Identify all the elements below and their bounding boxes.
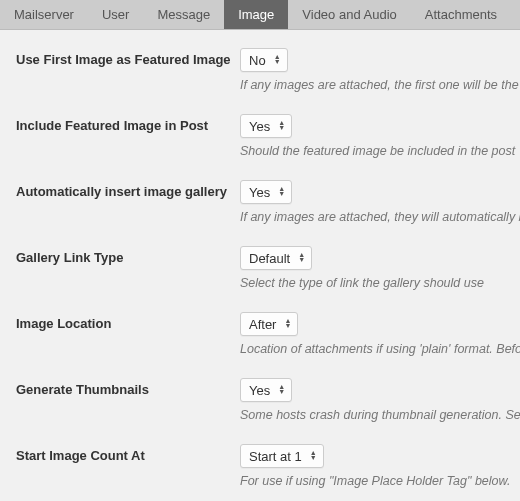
row-auto-gallery: Automatically insert image gallery Yes ▲…: [16, 180, 520, 224]
select-value: Yes: [249, 185, 270, 200]
tab-user[interactable]: User: [88, 0, 143, 29]
row-include-featured: Include Featured Image in Post Yes ▲▼ Sh…: [16, 114, 520, 158]
row-img-count: Start Image Count At Start at 1 ▲▼ For u…: [16, 444, 520, 488]
tab-message[interactable]: Message: [143, 0, 224, 29]
settings-tabs: Mailserver User Message Image Video and …: [0, 0, 520, 30]
row-gallery-link: Gallery Link Type Default ▲▼ Select the …: [16, 246, 520, 290]
label-gen-thumbs: Generate Thumbnails: [16, 378, 240, 397]
label-img-count: Start Image Count At: [16, 444, 240, 463]
row-gen-thumbs: Generate Thumbnails Yes ▲▼ Some hosts cr…: [16, 378, 520, 422]
desc-img-count: For use if using "Image Place Holder Tag…: [240, 474, 520, 488]
select-gallery-link[interactable]: Default ▲▼: [240, 246, 312, 270]
row-featured-image: Use First Image as Featured Image No ▲▼ …: [16, 48, 520, 92]
chevron-updown-icon: ▲▼: [274, 55, 281, 65]
tab-image[interactable]: Image: [224, 0, 288, 29]
label-image-location: Image Location: [16, 312, 240, 331]
tab-video-audio[interactable]: Video and Audio: [288, 0, 410, 29]
select-value: Yes: [249, 119, 270, 134]
select-gen-thumbs[interactable]: Yes ▲▼: [240, 378, 292, 402]
chevron-updown-icon: ▲▼: [310, 451, 317, 461]
label-auto-gallery: Automatically insert image gallery: [16, 180, 240, 199]
select-include-featured[interactable]: Yes ▲▼: [240, 114, 292, 138]
select-value: Yes: [249, 383, 270, 398]
desc-image-location: Location of attachments if using 'plain'…: [240, 342, 520, 356]
image-settings-form: Use First Image as Featured Image No ▲▼ …: [0, 30, 520, 501]
tab-mailserver[interactable]: Mailserver: [0, 0, 88, 29]
label-gallery-link: Gallery Link Type: [16, 246, 240, 265]
select-auto-gallery[interactable]: Yes ▲▼: [240, 180, 292, 204]
select-value: Default: [249, 251, 290, 266]
select-image-location[interactable]: After ▲▼: [240, 312, 298, 336]
chevron-updown-icon: ▲▼: [278, 187, 285, 197]
label-include-featured: Include Featured Image in Post: [16, 114, 240, 133]
chevron-updown-icon: ▲▼: [278, 121, 285, 131]
chevron-updown-icon: ▲▼: [298, 253, 305, 263]
select-value: After: [249, 317, 276, 332]
tab-attachments[interactable]: Attachments: [411, 0, 511, 29]
desc-gallery-link: Select the type of link the gallery shou…: [240, 276, 520, 290]
select-img-count[interactable]: Start at 1 ▲▼: [240, 444, 324, 468]
row-image-location: Image Location After ▲▼ Location of atta…: [16, 312, 520, 356]
tab-support[interactable]: Support: [511, 0, 520, 29]
select-value: No: [249, 53, 266, 68]
desc-featured-image: If any images are attached, the first on…: [240, 78, 520, 92]
select-value: Start at 1: [249, 449, 302, 464]
chevron-updown-icon: ▲▼: [278, 385, 285, 395]
label-featured-image: Use First Image as Featured Image: [16, 48, 240, 67]
desc-include-featured: Should the featured image be included in…: [240, 144, 520, 158]
desc-gen-thumbs: Some hosts crash during thumbnail genera…: [240, 408, 520, 422]
chevron-updown-icon: ▲▼: [284, 319, 291, 329]
select-featured-image[interactable]: No ▲▼: [240, 48, 288, 72]
desc-auto-gallery: If any images are attached, they will au…: [240, 210, 520, 224]
